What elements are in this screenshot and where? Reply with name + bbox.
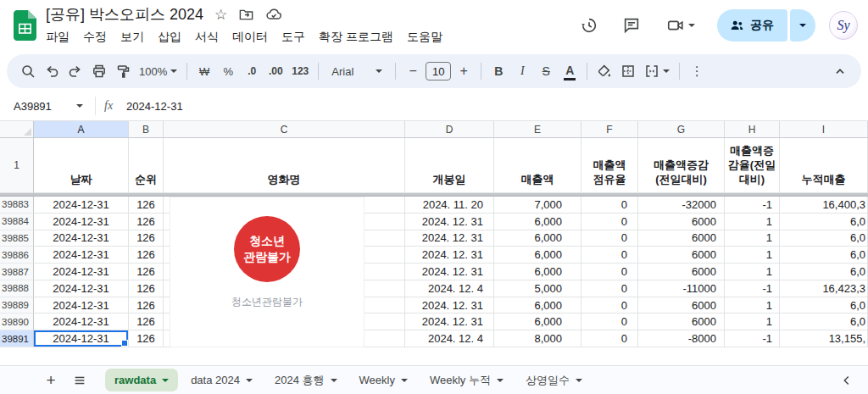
- column-header-E[interactable]: E: [494, 121, 581, 138]
- menu-item-데이터[interactable]: 데이터: [225, 27, 275, 47]
- number-format-button[interactable]: 123: [288, 59, 312, 83]
- header-cell-D1[interactable]: 개봉일: [405, 138, 494, 193]
- decrease-font-size-button[interactable]: −: [402, 59, 424, 83]
- column-header-D[interactable]: D: [405, 121, 494, 138]
- increase-decimal-button[interactable]: .00: [264, 59, 287, 83]
- cell-H39888[interactable]: -1: [725, 280, 780, 297]
- meet-video-button[interactable]: [654, 8, 707, 42]
- cell-F39888[interactable]: 0: [581, 280, 638, 297]
- cell-H39886[interactable]: 1: [725, 247, 780, 264]
- select-all-corner[interactable]: [0, 121, 34, 138]
- cell-A39886[interactable]: 2024-12-31: [34, 247, 129, 264]
- formula-input[interactable]: 2024-12-31: [126, 100, 183, 113]
- cell-E39885[interactable]: 6,000: [494, 230, 581, 247]
- cell-E39891[interactable]: 8,000: [494, 330, 581, 347]
- cell-D39889[interactable]: 2024. 12. 31: [405, 297, 494, 314]
- cell-D39887[interactable]: 2024. 12. 31: [405, 264, 494, 280]
- cell-I39886[interactable]: 6,0: [780, 247, 868, 264]
- all-sheets-button[interactable]: [68, 369, 92, 392]
- redo-button[interactable]: [64, 59, 86, 83]
- cell-D39885[interactable]: 2024. 12. 31: [405, 230, 494, 247]
- cell-I39887[interactable]: 6,0: [780, 264, 868, 280]
- move-folder-icon[interactable]: [238, 7, 254, 23]
- cell-G39889[interactable]: 6000: [638, 297, 725, 314]
- cell-A39884[interactable]: 2024-12-31: [34, 214, 129, 230]
- cell-D39888[interactable]: 2024. 12. 4: [405, 280, 494, 297]
- cell-H39883[interactable]: -1: [725, 197, 780, 214]
- cell-D39883[interactable]: 2024. 11. 20: [405, 197, 494, 214]
- undo-button[interactable]: [41, 59, 63, 83]
- cell-F39887[interactable]: 0: [581, 264, 638, 280]
- cell-F39885[interactable]: 0: [581, 230, 638, 247]
- row-header-39884[interactable]: 39884: [0, 214, 34, 230]
- cell-E39884[interactable]: 6,000: [494, 214, 581, 230]
- cell-B39883[interactable]: 126: [129, 197, 164, 214]
- cell-G39890[interactable]: 6000: [638, 314, 725, 330]
- cell-F39891[interactable]: 0: [581, 330, 638, 347]
- document-title[interactable]: [공유] 박스오피스 2024: [46, 4, 203, 25]
- add-sheet-button[interactable]: +: [39, 369, 63, 392]
- row-header-39891[interactable]: 39891: [0, 330, 34, 347]
- bold-button[interactable]: B: [487, 59, 509, 83]
- row-header-39885[interactable]: 39885: [0, 230, 34, 247]
- decrease-decimal-button[interactable]: .0: [241, 59, 263, 83]
- cell-D39886[interactable]: 2024. 12. 31: [405, 247, 494, 264]
- cell-I39891[interactable]: 13,155,: [780, 330, 868, 347]
- cell-G39884[interactable]: 6000: [638, 214, 725, 230]
- cell-G39885[interactable]: 6000: [638, 230, 725, 247]
- more-options-button[interactable]: ⋮: [686, 59, 708, 83]
- header-cell-G1[interactable]: 매출액증감 (전일대비): [638, 138, 725, 193]
- cell-E39886[interactable]: 6,000: [494, 247, 581, 264]
- menu-item-확장 프로그램[interactable]: 확장 프로그램: [312, 27, 400, 47]
- menu-item-서식[interactable]: 서식: [188, 27, 225, 47]
- zoom-select[interactable]: 100%: [136, 59, 181, 83]
- row-header-39889[interactable]: 39889: [0, 297, 34, 314]
- row-header-39890[interactable]: 39890: [0, 314, 34, 330]
- header-cell-C1[interactable]: 영화명: [164, 138, 405, 193]
- sheet-tab-Weekly[interactable]: Weekly: [350, 369, 417, 391]
- cell-I39883[interactable]: 16,400,3: [780, 197, 868, 214]
- search-button[interactable]: [17, 59, 39, 83]
- column-header-F[interactable]: F: [581, 121, 638, 138]
- sheets-logo-icon[interactable]: [14, 10, 36, 41]
- cell-A39883[interactable]: 2024-12-31: [34, 197, 129, 214]
- header-cell-B1[interactable]: 순위: [129, 138, 164, 193]
- cell-F39883[interactable]: 0: [581, 197, 638, 214]
- merge-cells-button[interactable]: [641, 59, 673, 83]
- cloud-status-icon[interactable]: [265, 6, 282, 23]
- row-header-39887[interactable]: 39887: [0, 264, 34, 280]
- row-header-39883[interactable]: 39883: [0, 197, 34, 214]
- cell-B39888[interactable]: 126: [129, 280, 164, 297]
- row-header-1[interactable]: 1: [0, 138, 34, 193]
- share-dropdown-button[interactable]: [790, 9, 815, 42]
- version-history-button[interactable]: [570, 8, 609, 42]
- cell-H39891[interactable]: -1: [725, 330, 780, 347]
- sheet-tab-rawdata[interactable]: rawdata: [105, 369, 178, 391]
- header-cell-A1[interactable]: 날짜: [34, 138, 129, 193]
- cell-G39891[interactable]: -8000: [638, 330, 725, 347]
- fill-color-button[interactable]: [593, 59, 615, 83]
- borders-button[interactable]: [617, 59, 639, 83]
- cell-A39889[interactable]: 2024-12-31: [34, 297, 129, 314]
- sheet-tab-상영일수[interactable]: 상영일수: [516, 369, 592, 391]
- cell-H39884[interactable]: 1: [725, 214, 780, 230]
- cell-G39888[interactable]: -11000: [638, 280, 725, 297]
- share-button[interactable]: 공유: [717, 9, 787, 42]
- sheet-tab-data 2024[interactable]: data 2024: [181, 369, 262, 391]
- column-header-B[interactable]: B: [129, 121, 164, 138]
- cell-A39887[interactable]: 2024-12-31: [34, 264, 129, 280]
- menu-item-도구[interactable]: 도구: [275, 27, 312, 47]
- column-header-I[interactable]: I: [780, 121, 868, 138]
- cell-H39887[interactable]: 1: [725, 264, 780, 280]
- font-size-input[interactable]: 10: [426, 62, 451, 80]
- row-header-39886[interactable]: 39886: [0, 247, 34, 264]
- cell-H39890[interactable]: 1: [725, 314, 780, 330]
- cell-D39884[interactable]: 2024. 12. 31: [405, 214, 494, 230]
- cell-A39885[interactable]: 2024-12-31: [34, 230, 129, 247]
- comments-button[interactable]: [612, 8, 651, 42]
- header-cell-I1[interactable]: 누적매출: [780, 138, 868, 193]
- column-header-A[interactable]: A: [34, 121, 129, 138]
- sheet-tab-2024 흥행[interactable]: 2024 흥행: [265, 369, 347, 391]
- column-header-G[interactable]: G: [638, 121, 725, 138]
- menu-item-수정[interactable]: 수정: [76, 27, 114, 47]
